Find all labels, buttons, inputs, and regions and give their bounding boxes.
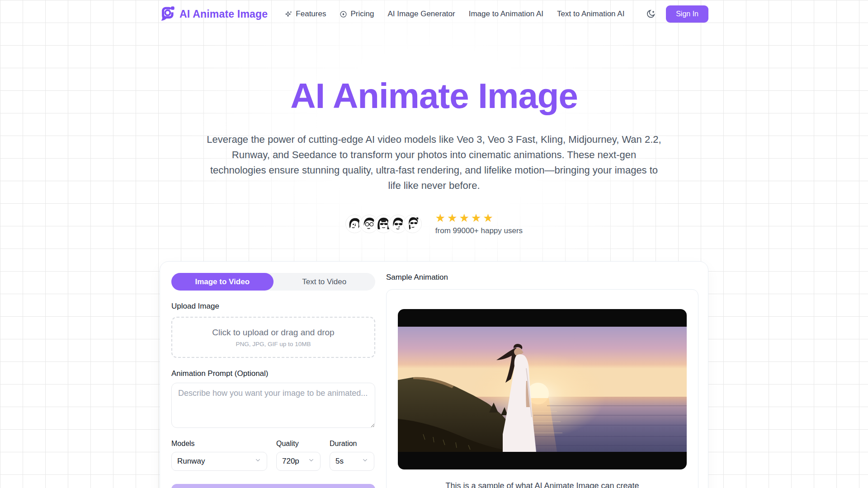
- hero-description: Leverage the power of cutting-edge AI vi…: [203, 132, 665, 193]
- header: AI Animate Image Features: [0, 0, 868, 28]
- sample-animation-section: Sample Animation: [386, 273, 698, 488]
- models-label: Models: [171, 440, 267, 448]
- main-nav: Features Pricing AI Image Generator Imag…: [285, 9, 624, 19]
- sparkles-icon: [285, 10, 292, 18]
- coin-icon: [340, 10, 347, 18]
- dropzone-hint-text: PNG, JPG, GIF up to 10MB: [236, 341, 311, 347]
- dropzone-cta-text: Click to upload or drag and drop: [212, 328, 334, 338]
- nav-label: Text to Animation AI: [557, 9, 624, 19]
- user-avatars: [345, 215, 422, 233]
- rating-block: ★★★★★ from 99000+ happy users: [435, 212, 523, 235]
- brand-name: AI Animate Image: [179, 8, 268, 20]
- nav-item-ai-image-generator[interactable]: AI Image Generator: [387, 9, 455, 19]
- sample-animation-label: Sample Animation: [386, 273, 698, 282]
- models-selected-value: Runway: [177, 457, 205, 466]
- nav-label: Features: [296, 9, 326, 19]
- five-star-rating-icon: ★★★★★: [435, 212, 523, 224]
- page-title: AI Animate Image: [0, 75, 868, 117]
- models-select[interactable]: Runway: [171, 452, 267, 471]
- dark-mode-toggle-moon-icon[interactable]: [646, 9, 656, 19]
- sample-video-player[interactable]: [398, 309, 687, 469]
- sunset-woman-scene: [398, 327, 687, 452]
- tab-text-to-video[interactable]: Text to Video: [274, 273, 376, 291]
- brand[interactable]: AI Animate Image: [160, 5, 268, 23]
- quality-label: Quality: [276, 440, 321, 448]
- duration-label: Duration: [330, 440, 374, 448]
- chevron-down-icon: [362, 457, 368, 466]
- nav-label: Pricing: [350, 9, 374, 19]
- chevron-down-icon: [255, 457, 261, 466]
- avatar: [403, 215, 422, 233]
- nav-label: Image to Animation AI: [469, 9, 543, 19]
- rating-text: from 99000+ happy users: [435, 226, 523, 235]
- sample-caption: This is a sample of what AI Animate Imag…: [398, 481, 687, 488]
- nav-label: AI Image Generator: [387, 9, 455, 19]
- nav-item-text-to-animation[interactable]: Text to Animation AI: [557, 9, 624, 19]
- sample-animation-panel: This is a sample of what AI Animate Imag…: [386, 289, 698, 488]
- animation-prompt-input[interactable]: [171, 383, 375, 428]
- options-row: Models Runway Quality 720p Dur: [171, 440, 375, 471]
- hero-section: AI Animate Image Leverage the power of c…: [0, 28, 868, 235]
- generate-video-button[interactable]: Generate Video: [171, 484, 375, 488]
- chevron-down-icon: [308, 457, 315, 466]
- quality-select[interactable]: 720p: [276, 452, 321, 471]
- brand-logo-icon: [160, 5, 175, 23]
- generator-card: Image to Video Text to Video Upload Imag…: [160, 261, 708, 488]
- nav-item-image-to-animation[interactable]: Image to Animation AI: [469, 9, 543, 19]
- duration-selected-value: 5s: [335, 457, 344, 466]
- animation-prompt-label: Animation Prompt (Optional): [171, 369, 375, 378]
- generator-form: Image to Video Text to Video Upload Imag…: [171, 273, 375, 488]
- nav-item-pricing[interactable]: Pricing: [340, 9, 374, 19]
- nav-item-features[interactable]: Features: [285, 9, 326, 19]
- tab-image-to-video[interactable]: Image to Video: [171, 273, 274, 291]
- sign-in-button[interactable]: Sign In: [666, 5, 708, 23]
- quality-selected-value: 720p: [282, 457, 299, 466]
- social-proof-row: ★★★★★ from 99000+ happy users: [0, 212, 868, 235]
- duration-select[interactable]: 5s: [330, 452, 374, 471]
- image-upload-dropzone[interactable]: Click to upload or drag and drop PNG, JP…: [171, 317, 375, 358]
- upload-image-label: Upload Image: [171, 302, 375, 311]
- mode-tabs: Image to Video Text to Video: [171, 273, 375, 291]
